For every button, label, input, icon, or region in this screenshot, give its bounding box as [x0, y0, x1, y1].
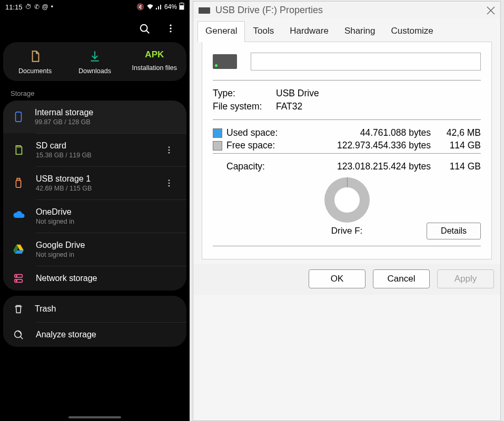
svg-rect-8 [16, 112, 22, 122]
storage-title: Network storage [36, 274, 177, 283]
onedrive-icon [13, 210, 24, 222]
tabs: General Tools Hardware Sharing Customize [197, 21, 496, 42]
quick-access: Documents Downloads APK Installation fil… [3, 42, 186, 81]
details-button[interactable]: Details [427, 223, 481, 239]
search-icon[interactable] [139, 23, 151, 35]
svg-rect-13 [17, 178, 20, 181]
tab-sharing[interactable]: Sharing [337, 21, 383, 42]
svg-point-15 [169, 183, 170, 184]
nav-handle[interactable] [68, 416, 121, 418]
bottom-card: Trash Analyze storage [3, 296, 186, 347]
more-vert-icon[interactable] [161, 145, 177, 155]
ok-button[interactable]: OK [309, 269, 365, 288]
svg-point-9 [169, 146, 170, 148]
storage-title: OneDrive [36, 207, 177, 217]
svg-point-19 [16, 276, 17, 277]
sdcard-icon [13, 144, 24, 156]
svg-line-4 [146, 31, 150, 34]
trash-row[interactable]: Trash [3, 296, 186, 322]
windows-area: USB Drive (F:) Properties General Tools … [190, 0, 504, 421]
fs-label: File system: [213, 101, 276, 112]
capacity-bytes: 123.018.215.424 bytes [283, 161, 431, 172]
svg-point-5 [170, 25, 171, 26]
cancel-button[interactable]: Cancel [373, 269, 430, 288]
more-vert-icon[interactable] [165, 23, 177, 35]
quick-label: Installation files [132, 64, 177, 72]
divider [213, 246, 481, 246]
type-value: USB Drive [276, 88, 319, 99]
storage-title: USB storage 1 [36, 174, 161, 184]
quick-installation[interactable]: APK Installation files [125, 49, 184, 75]
battery-icon [179, 3, 184, 12]
storage-googledrive[interactable]: Google Drive Not signed in [36, 233, 186, 266]
capacity-label: Capacity: [226, 161, 283, 172]
tab-general[interactable]: General [197, 21, 245, 42]
alarm-icon: ⏱ [25, 3, 32, 11]
svg-point-20 [16, 280, 17, 282]
storage-sub: 15.38 GB / 119 GB [36, 152, 161, 159]
used-label: Used space: [226, 127, 283, 138]
signal-icon [156, 3, 162, 11]
storage-onedrive[interactable]: OneDrive Not signed in [36, 199, 186, 233]
analyze-row[interactable]: Analyze storage [36, 322, 186, 347]
svg-rect-2 [181, 3, 183, 3]
title-bar: USB Drive (F:) Properties [193, 2, 500, 18]
tab-hardware[interactable]: Hardware [282, 21, 337, 42]
type-label: Type: [213, 88, 276, 99]
svg-point-11 [169, 152, 170, 154]
svg-point-10 [169, 149, 170, 151]
drive-large-icon [213, 54, 237, 69]
storage-network[interactable]: Network storage [36, 266, 186, 290]
wifi-icon [146, 3, 154, 11]
analyze-icon [13, 329, 24, 340]
network-storage-icon [13, 273, 24, 284]
trash-icon [13, 303, 24, 315]
tab-customize[interactable]: Customize [383, 21, 441, 42]
drive-name-input[interactable] [251, 53, 481, 71]
used-bytes: 44.761.088 bytes [283, 127, 431, 138]
svg-rect-1 [180, 5, 184, 9]
free-label: Free space: [226, 140, 283, 151]
quick-downloads[interactable]: Downloads [65, 49, 124, 75]
drive-letter: Drive F: [331, 226, 363, 236]
storage-title: Google Drive [36, 240, 177, 250]
battery-percent: 64% [164, 3, 177, 11]
apply-button[interactable]: Apply [437, 269, 494, 288]
usb-icon [13, 177, 24, 189]
gdrive-icon [13, 244, 24, 255]
mute-icon: 🔇 [136, 3, 144, 11]
storage-usb[interactable]: USB storage 1 42.69 MB / 115 GB [36, 166, 186, 199]
storage-title: SD card [36, 141, 161, 151]
storage-sdcard[interactable]: SD card 15.38 GB / 119 GB [36, 133, 186, 166]
more-vert-icon[interactable] [161, 178, 177, 188]
section-storage-label: Storage [0, 81, 190, 101]
close-icon[interactable] [486, 5, 496, 16]
svg-point-7 [170, 31, 171, 32]
divider [213, 80, 481, 81]
storage-internal[interactable]: Internal storage 99.87 GB / 128 GB [3, 101, 186, 133]
status-bar: 11:15 ⏱ ✆ @ • 🔇 64% [0, 0, 190, 14]
storage-sub: 99.87 GB / 128 GB [35, 118, 177, 126]
used-size: 42,6 MB [431, 127, 481, 138]
tab-tools[interactable]: Tools [245, 21, 282, 42]
svg-point-3 [141, 25, 147, 32]
storage-sub: 42.69 MB / 115 GB [36, 185, 161, 192]
svg-point-16 [169, 185, 170, 187]
window-title: USB Drive (F:) Properties [215, 5, 486, 16]
svg-point-14 [169, 179, 170, 181]
svg-point-21 [15, 331, 22, 338]
free-color-icon [213, 141, 222, 151]
dialog-button-row: OK Cancel Apply [193, 264, 500, 295]
android-phone: 11:15 ⏱ ✆ @ • 🔇 64% [0, 0, 190, 421]
phone-icon [13, 111, 24, 123]
at-icon: @ [42, 3, 48, 11]
quick-label: Documents [18, 67, 52, 75]
storage-card: Internal storage 99.87 GB / 128 GB SD ca… [3, 101, 186, 290]
storage-sub: Not signed in [36, 218, 177, 225]
quick-label: Downloads [78, 67, 111, 75]
dot-icon: • [51, 3, 53, 11]
drive-icon [199, 7, 210, 14]
usage-donut-icon [324, 177, 370, 223]
fs-value: FAT32 [276, 101, 302, 112]
quick-documents[interactable]: Documents [6, 49, 65, 75]
